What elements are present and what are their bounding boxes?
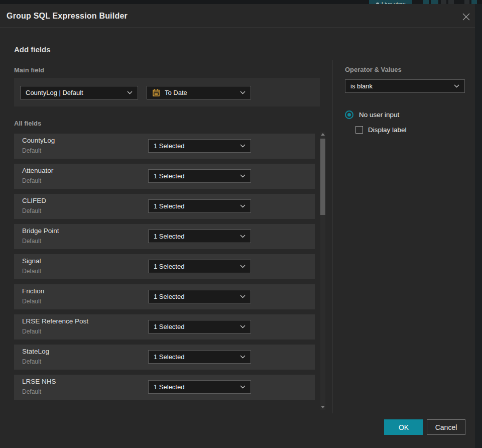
operator-select[interactable]: is blank: [345, 79, 465, 93]
field-selection-select[interactable]: 1 Selected: [148, 290, 251, 303]
field-name: LRSE Reference Post: [22, 317, 88, 325]
main-field-select[interactable]: CountyLog | Default: [20, 86, 138, 99]
ok-button[interactable]: OK: [384, 419, 423, 435]
field-name: Friction: [22, 287, 44, 295]
field-selection-select[interactable]: 1 Selected: [148, 139, 251, 153]
field-selection-value: 1 Selected: [154, 353, 236, 361]
checkbox-unchecked-icon: [355, 126, 363, 134]
main-field-select-value: CountyLog | Default: [26, 89, 123, 96]
chevron-down-icon: [127, 91, 133, 94]
field-row: CLIFED Default 1 Selected: [14, 194, 315, 219]
panel-divider: [332, 60, 332, 413]
add-fields-heading: Add fields: [14, 45, 51, 54]
field-selection-select[interactable]: 1 Selected: [148, 380, 251, 394]
field-selection-select[interactable]: 1 Selected: [148, 260, 251, 273]
field-subtitle: Default: [22, 358, 41, 365]
field-selection-value: 1 Selected: [154, 383, 236, 391]
field-selection-select[interactable]: 1 Selected: [148, 199, 251, 213]
chevron-down-icon: [240, 235, 246, 238]
field-subtitle: Default: [22, 147, 41, 154]
chevron-down-icon: [454, 84, 459, 88]
field-selection-value: 1 Selected: [154, 172, 236, 180]
chevron-down-icon: [240, 295, 246, 298]
chevron-down-icon: [240, 174, 246, 178]
field-name: Attenuator: [22, 167, 53, 174]
field-name: LRSE NHS: [22, 378, 56, 385]
toolbar-fragment: [441, 0, 446, 4]
field-row: CountyLog Default 1 Selected: [14, 134, 315, 159]
field-selection-value: 1 Selected: [154, 142, 236, 150]
field-selection-select[interactable]: 1 Selected: [148, 169, 251, 183]
field-selection-value: 1 Selected: [154, 202, 236, 210]
dialog-titlebar: Group SQL Expression Builder: [0, 4, 475, 28]
chevron-down-icon: [240, 144, 246, 148]
toolbar-fragment: [448, 0, 454, 4]
scrollbar-down-arrow[interactable]: [321, 406, 325, 408]
operator-values-label: Operator & Values: [345, 66, 402, 73]
chevron-down-icon: [240, 355, 246, 359]
field-selection-value: 1 Selected: [154, 263, 236, 270]
main-field-date-select[interactable]: To Date: [147, 86, 251, 99]
field-name: CountyLog: [22, 137, 55, 144]
field-name: Signal: [22, 257, 41, 265]
field-subtitle: Default: [22, 177, 41, 184]
operator-select-value: is blank: [350, 82, 450, 90]
toolbar-fragment: [464, 0, 469, 4]
close-button[interactable]: [460, 11, 471, 22]
close-icon: [462, 13, 470, 21]
field-name: Bridge Point: [22, 227, 59, 235]
chevron-down-icon: [240, 325, 246, 328]
field-row: Bridge Point Default 1 Selected: [14, 224, 315, 249]
radio-selected-icon: [345, 110, 353, 119]
field-subtitle: Default: [22, 207, 41, 214]
field-selection-select[interactable]: 1 Selected: [148, 320, 251, 333]
fields-scrollbar-thumb[interactable]: [320, 139, 325, 215]
field-row: Signal Default 1 Selected: [14, 254, 315, 279]
field-row: Friction Default 1 Selected: [14, 284, 315, 309]
field-row: StateLog Default 1 Selected: [14, 345, 315, 370]
main-field-date-value: To Date: [165, 89, 236, 96]
chevron-down-icon: [240, 265, 246, 268]
field-selection-value: 1 Selected: [154, 293, 236, 300]
chevron-down-icon: [240, 385, 246, 389]
field-subtitle: Default: [22, 388, 41, 395]
toolbar-fragment: [471, 0, 477, 4]
cancel-button[interactable]: Cancel: [427, 419, 465, 435]
group-sql-expression-builder-dialog: Group SQL Expression Builder Add fields …: [0, 4, 475, 448]
calendar-icon: [152, 88, 160, 97]
chevron-down-icon: [240, 91, 246, 94]
field-row: LRSE NHS Default 1 Selected: [14, 375, 315, 400]
page-edge-strip: [475, 4, 482, 448]
display-label-text: Display label: [368, 126, 407, 134]
dialog-title: Group SQL Expression Builder: [0, 12, 128, 21]
field-subtitle: Default: [22, 328, 41, 335]
field-row: LRSE Reference Post Default 1 Selected: [14, 314, 315, 340]
field-row: Attenuator Default 1 Selected: [14, 164, 315, 189]
chevron-down-icon: [240, 204, 246, 208]
field-selection-select[interactable]: 1 Selected: [148, 350, 251, 364]
scrollbar-up-arrow[interactable]: [321, 133, 325, 136]
no-user-input-radio[interactable]: No user input: [345, 110, 399, 119]
field-subtitle: Default: [22, 298, 41, 305]
field-name: StateLog: [22, 348, 49, 355]
toolbar-fragment: [431, 0, 438, 4]
toolbar-fragment: [423, 0, 429, 4]
main-field-label: Main field: [14, 66, 44, 74]
no-user-input-label: No user input: [359, 111, 399, 119]
field-name: CLIFED: [22, 197, 46, 204]
field-subtitle: Default: [22, 268, 41, 275]
field-selection-value: 1 Selected: [154, 233, 236, 240]
display-label-checkbox[interactable]: Display label: [355, 126, 407, 134]
all-fields-label: All fields: [14, 120, 41, 127]
field-subtitle: Default: [22, 238, 41, 245]
field-selection-value: 1 Selected: [154, 323, 236, 330]
page-toolbar-strip: Live view: [0, 0, 482, 4]
field-selection-select[interactable]: 1 Selected: [148, 230, 251, 243]
